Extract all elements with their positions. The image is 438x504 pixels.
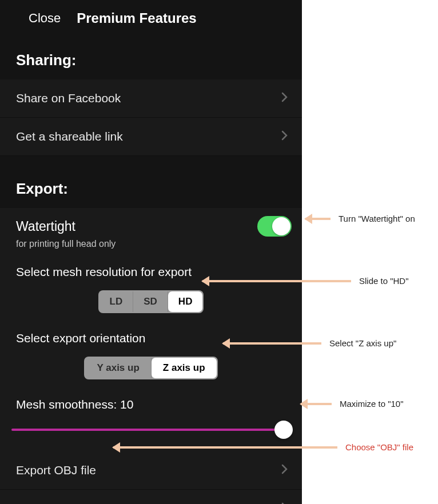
export-section-header: Export: xyxy=(0,167,302,208)
chevron-right-icon xyxy=(281,129,288,144)
annotation-watertight: Turn "Watertight" on xyxy=(305,214,415,223)
watertight-toggle[interactable] xyxy=(257,216,292,237)
resolution-segmented[interactable]: LD SD HD xyxy=(98,290,204,313)
toggle-knob xyxy=(272,217,290,235)
export-stl-row[interactable]: Export STL file xyxy=(0,490,302,504)
chevron-right-icon xyxy=(281,91,288,106)
section-gap xyxy=(0,156,302,167)
close-button[interactable]: Close xyxy=(29,11,61,26)
shareable-link-row[interactable]: Get a shareable link xyxy=(0,118,302,156)
export-obj-label: Export OBJ file xyxy=(16,463,96,477)
smoothness-slider-thumb[interactable] xyxy=(274,421,293,439)
annotation-obj: Choose "OBJ" file xyxy=(113,442,413,452)
watertight-row: Watertight xyxy=(0,208,302,239)
chevron-right-icon xyxy=(281,501,288,504)
resolution-option-hd[interactable]: HD xyxy=(168,291,203,312)
resolution-segmented-row: LD SD HD xyxy=(0,287,302,323)
annotation-hd: Slide to "HD" xyxy=(202,276,409,286)
export-block: Watertight for printing full head only S… xyxy=(0,208,302,451)
resolution-option-ld[interactable]: LD xyxy=(99,291,134,312)
orientation-segmented-row: Y axis up Z axis up xyxy=(0,353,302,390)
top-bar: Close Premium Features xyxy=(0,0,302,39)
smoothness-slider[interactable] xyxy=(11,429,290,431)
export-stl-label: Export STL file xyxy=(16,502,94,504)
annotation-max10: Maximize to "10" xyxy=(301,399,404,409)
watertight-subtitle: for printing full head only xyxy=(0,239,302,257)
sharing-section-header: Sharing: xyxy=(0,39,302,79)
app-panel: Close Premium Features Sharing: Share on… xyxy=(0,0,302,504)
smoothness-label: Mesh smoothness: 10 xyxy=(0,390,302,419)
chevron-right-icon xyxy=(281,463,288,478)
annotation-text: Choose "OBJ" file xyxy=(345,442,413,452)
annotation-text: Slide to "HD" xyxy=(359,276,409,286)
export-obj-row[interactable]: Export OBJ file xyxy=(0,451,302,490)
orientation-option-y[interactable]: Y axis up xyxy=(85,358,151,378)
share-facebook-row[interactable]: Share on Facebook xyxy=(0,79,302,118)
orientation-option-z[interactable]: Z axis up xyxy=(152,358,217,378)
annotation-text: Turn "Watertight" on xyxy=(339,214,415,223)
annotation-text: Select "Z axis up" xyxy=(329,338,396,348)
page-title: Premium Features xyxy=(77,10,196,26)
shareable-link-label: Get a shareable link xyxy=(16,130,123,143)
annotation-zaxis: Select "Z axis up" xyxy=(223,338,396,348)
annotation-text: Maximize to "10" xyxy=(340,399,404,409)
watertight-label: Watertight xyxy=(16,219,75,234)
share-facebook-label: Share on Facebook xyxy=(16,91,121,105)
orientation-segmented[interactable]: Y axis up Z axis up xyxy=(84,357,217,379)
resolution-option-sd[interactable]: SD xyxy=(133,291,168,312)
